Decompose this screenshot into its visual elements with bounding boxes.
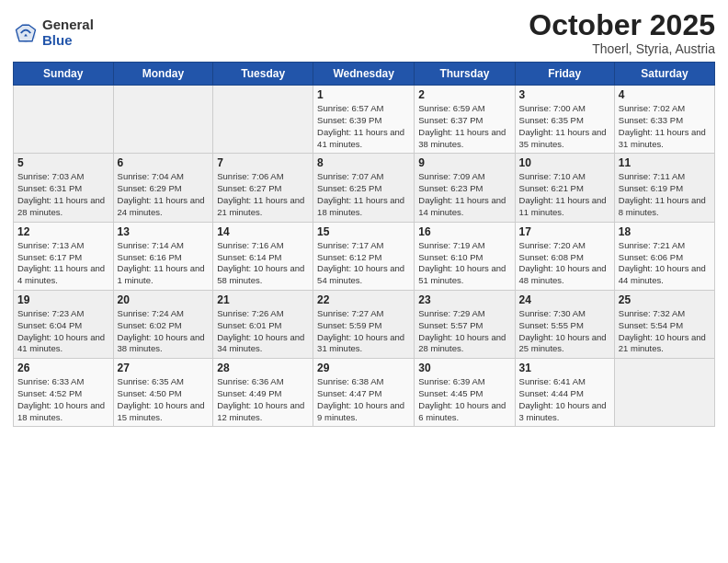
col-wednesday: Wednesday: [313, 63, 415, 86]
calendar-cell: 6Sunrise: 7:04 AM Sunset: 6:29 PM Daylig…: [113, 154, 213, 222]
page: General Blue October 2025 Thoerl, Styria…: [0, 0, 728, 563]
day-info: Sunrise: 7:17 AM Sunset: 6:12 PM Dayligh…: [317, 240, 410, 287]
calendar-cell: 24Sunrise: 7:30 AM Sunset: 5:55 PM Dayli…: [515, 290, 614, 358]
logo: General Blue: [13, 17, 94, 48]
calendar-cell: [213, 86, 313, 154]
day-info: Sunrise: 6:33 AM Sunset: 4:52 PM Dayligh…: [17, 376, 109, 423]
day-info: Sunrise: 7:30 AM Sunset: 5:55 PM Dayligh…: [519, 308, 610, 355]
calendar-cell: 8Sunrise: 7:07 AM Sunset: 6:25 PM Daylig…: [313, 154, 415, 222]
day-info: Sunrise: 7:19 AM Sunset: 6:10 PM Dayligh…: [418, 240, 510, 287]
day-number: 11: [619, 156, 711, 169]
day-info: Sunrise: 6:38 AM Sunset: 4:47 PM Dayligh…: [317, 376, 410, 423]
day-number: 26: [17, 362, 109, 374]
calendar-cell: 4Sunrise: 7:02 AM Sunset: 6:33 PM Daylig…: [614, 86, 714, 154]
col-sunday: Sunday: [14, 63, 114, 86]
col-tuesday: Tuesday: [213, 63, 313, 86]
day-info: Sunrise: 7:29 AM Sunset: 5:57 PM Dayligh…: [418, 308, 510, 355]
day-info: Sunrise: 7:21 AM Sunset: 6:06 PM Dayligh…: [619, 240, 711, 287]
day-info: Sunrise: 7:27 AM Sunset: 5:59 PM Dayligh…: [317, 308, 410, 355]
day-info: Sunrise: 7:11 AM Sunset: 6:19 PM Dayligh…: [619, 171, 711, 218]
day-number: 19: [17, 293, 109, 306]
day-info: Sunrise: 7:00 AM Sunset: 6:35 PM Dayligh…: [519, 103, 610, 150]
day-number: 1: [317, 88, 410, 101]
day-number: 14: [217, 225, 309, 238]
calendar-cell: 13Sunrise: 7:14 AM Sunset: 6:16 PM Dayli…: [113, 222, 213, 290]
day-info: Sunrise: 6:36 AM Sunset: 4:49 PM Dayligh…: [217, 376, 309, 423]
calendar-cell: 7Sunrise: 7:06 AM Sunset: 6:27 PM Daylig…: [213, 154, 313, 222]
calendar: Sunday Monday Tuesday Wednesday Thursday…: [13, 62, 715, 427]
calendar-cell: 15Sunrise: 7:17 AM Sunset: 6:12 PM Dayli…: [313, 222, 415, 290]
day-number: 16: [418, 225, 510, 238]
calendar-cell: 21Sunrise: 7:26 AM Sunset: 6:01 PM Dayli…: [213, 290, 313, 358]
day-number: 13: [118, 225, 210, 238]
day-number: 23: [418, 293, 510, 306]
day-number: 30: [418, 362, 510, 374]
day-info: Sunrise: 7:07 AM Sunset: 6:25 PM Dayligh…: [317, 171, 410, 218]
calendar-cell: 1Sunrise: 6:57 AM Sunset: 6:39 PM Daylig…: [313, 86, 415, 154]
day-number: 12: [17, 225, 109, 238]
calendar-cell: 17Sunrise: 7:20 AM Sunset: 6:08 PM Dayli…: [515, 222, 614, 290]
day-number: 17: [519, 225, 610, 238]
col-monday: Monday: [113, 63, 213, 86]
calendar-cell: 2Sunrise: 6:59 AM Sunset: 6:37 PM Daylig…: [415, 86, 515, 154]
title-block: October 2025 Thoerl, Styria, Austria: [529, 9, 715, 56]
day-number: 9: [418, 156, 510, 169]
calendar-cell: [614, 359, 714, 427]
calendar-cell: 28Sunrise: 6:36 AM Sunset: 4:49 PM Dayli…: [213, 359, 313, 427]
calendar-week-row-4: 26Sunrise: 6:33 AM Sunset: 4:52 PM Dayli…: [14, 359, 715, 427]
day-number: 21: [217, 293, 309, 306]
day-info: Sunrise: 7:26 AM Sunset: 6:01 PM Dayligh…: [217, 308, 309, 355]
day-info: Sunrise: 7:09 AM Sunset: 6:23 PM Dayligh…: [418, 171, 510, 218]
calendar-cell: 10Sunrise: 7:10 AM Sunset: 6:21 PM Dayli…: [515, 154, 614, 222]
day-info: Sunrise: 7:20 AM Sunset: 6:08 PM Dayligh…: [519, 240, 610, 287]
logo-blue: Blue: [42, 33, 94, 49]
logo-general: General: [42, 17, 94, 33]
logo-text: General Blue: [42, 17, 94, 48]
day-info: Sunrise: 7:24 AM Sunset: 6:02 PM Dayligh…: [118, 308, 210, 355]
day-number: 15: [317, 225, 410, 238]
day-info: Sunrise: 7:23 AM Sunset: 6:04 PM Dayligh…: [17, 308, 109, 355]
calendar-cell: 11Sunrise: 7:11 AM Sunset: 6:19 PM Dayli…: [614, 154, 714, 222]
calendar-cell: 27Sunrise: 6:35 AM Sunset: 4:50 PM Dayli…: [113, 359, 213, 427]
calendar-cell: [14, 86, 114, 154]
logo-icon: [13, 20, 39, 46]
day-info: Sunrise: 6:39 AM Sunset: 4:45 PM Dayligh…: [418, 376, 510, 423]
title-month: October 2025: [529, 9, 715, 41]
day-number: 31: [519, 362, 610, 374]
day-number: 25: [619, 293, 711, 306]
day-number: 10: [519, 156, 610, 169]
header: General Blue October 2025 Thoerl, Styria…: [13, 9, 715, 56]
day-info: Sunrise: 7:14 AM Sunset: 6:16 PM Dayligh…: [118, 240, 210, 287]
title-location: Thoerl, Styria, Austria: [529, 41, 715, 56]
day-number: 24: [519, 293, 610, 306]
day-info: Sunrise: 7:16 AM Sunset: 6:14 PM Dayligh…: [217, 240, 309, 287]
calendar-cell: 30Sunrise: 6:39 AM Sunset: 4:45 PM Dayli…: [415, 359, 515, 427]
day-info: Sunrise: 6:57 AM Sunset: 6:39 PM Dayligh…: [317, 103, 410, 150]
day-info: Sunrise: 7:13 AM Sunset: 6:17 PM Dayligh…: [17, 240, 109, 287]
day-number: 20: [118, 293, 210, 306]
calendar-cell: 25Sunrise: 7:32 AM Sunset: 5:54 PM Dayli…: [614, 290, 714, 358]
calendar-cell: 12Sunrise: 7:13 AM Sunset: 6:17 PM Dayli…: [14, 222, 114, 290]
day-info: Sunrise: 7:32 AM Sunset: 5:54 PM Dayligh…: [619, 308, 711, 355]
day-info: Sunrise: 7:06 AM Sunset: 6:27 PM Dayligh…: [217, 171, 309, 218]
day-info: Sunrise: 6:41 AM Sunset: 4:44 PM Dayligh…: [519, 376, 610, 423]
calendar-cell: 26Sunrise: 6:33 AM Sunset: 4:52 PM Dayli…: [14, 359, 114, 427]
calendar-cell: 3Sunrise: 7:00 AM Sunset: 6:35 PM Daylig…: [515, 86, 614, 154]
day-number: 18: [619, 225, 711, 238]
day-info: Sunrise: 7:03 AM Sunset: 6:31 PM Dayligh…: [17, 171, 109, 218]
calendar-cell: 29Sunrise: 6:38 AM Sunset: 4:47 PM Dayli…: [313, 359, 415, 427]
calendar-cell: 5Sunrise: 7:03 AM Sunset: 6:31 PM Daylig…: [14, 154, 114, 222]
day-info: Sunrise: 7:02 AM Sunset: 6:33 PM Dayligh…: [619, 103, 711, 150]
day-number: 5: [17, 156, 109, 169]
col-thursday: Thursday: [415, 63, 515, 86]
day-number: 2: [418, 88, 510, 101]
calendar-week-row-1: 5Sunrise: 7:03 AM Sunset: 6:31 PM Daylig…: [14, 154, 715, 222]
calendar-cell: 18Sunrise: 7:21 AM Sunset: 6:06 PM Dayli…: [614, 222, 714, 290]
day-info: Sunrise: 7:04 AM Sunset: 6:29 PM Dayligh…: [118, 171, 210, 218]
day-info: Sunrise: 6:35 AM Sunset: 4:50 PM Dayligh…: [118, 376, 210, 423]
day-number: 27: [118, 362, 210, 374]
day-number: 29: [317, 362, 410, 374]
calendar-cell: 22Sunrise: 7:27 AM Sunset: 5:59 PM Dayli…: [313, 290, 415, 358]
day-number: 3: [519, 88, 610, 101]
calendar-week-row-0: 1Sunrise: 6:57 AM Sunset: 6:39 PM Daylig…: [14, 86, 715, 154]
